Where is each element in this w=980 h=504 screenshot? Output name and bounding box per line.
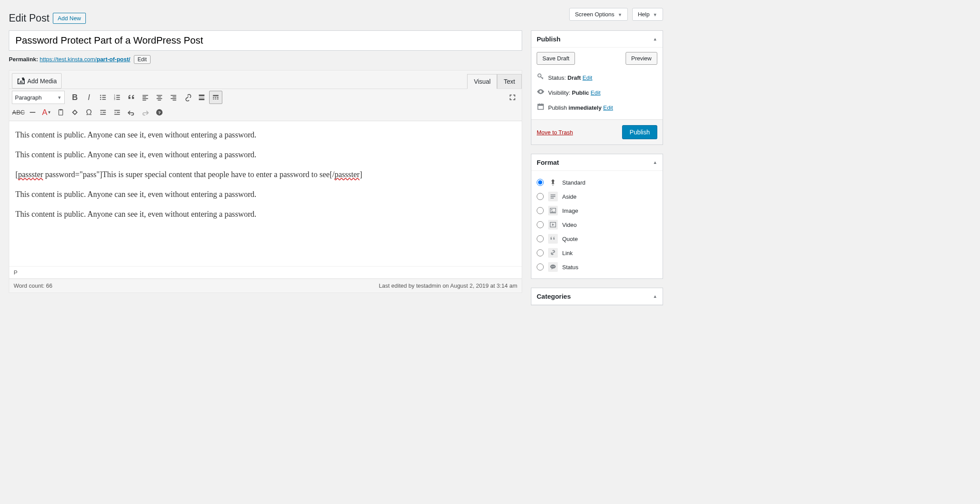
tab-visual[interactable]: Visual — [467, 74, 497, 89]
svg-rect-30 — [217, 97, 219, 98]
format-option-aside[interactable]: Aside — [537, 189, 657, 204]
status-icon — [548, 262, 558, 272]
edit-status-link[interactable]: Edit — [582, 74, 592, 81]
fullscreen-button[interactable] — [506, 91, 519, 104]
indent-button[interactable] — [111, 106, 124, 119]
svg-rect-47 — [538, 104, 544, 106]
svg-rect-17 — [158, 96, 161, 97]
svg-rect-27 — [213, 95, 219, 96]
special-character-button[interactable]: Ω — [82, 106, 96, 119]
svg-rect-18 — [157, 98, 162, 99]
last-edited: Last edited by testadmin on August 2, 20… — [379, 282, 517, 289]
paste-text-button[interactable] — [54, 106, 67, 119]
undo-button[interactable] — [125, 106, 138, 119]
categories-panel-header[interactable]: Categories ▲ — [531, 288, 663, 305]
preview-button[interactable]: Preview — [626, 52, 657, 65]
align-right-button[interactable] — [167, 91, 180, 104]
categories-panel: Categories ▲ — [531, 288, 663, 305]
permalink-link[interactable]: https://test.kinsta.com/part-of-post/ — [40, 56, 130, 63]
edit-visibility-link[interactable]: Edit — [591, 89, 601, 96]
help-tab[interactable]: Help ▼ — [632, 8, 663, 21]
svg-rect-31 — [213, 99, 214, 100]
camera-music-icon — [17, 76, 25, 85]
move-to-trash-link[interactable]: Move to Trash — [537, 129, 573, 136]
outdent-button[interactable] — [96, 106, 110, 119]
format-option-image[interactable]: Image — [537, 204, 657, 218]
text-color-button[interactable]: A ▼ — [40, 106, 53, 119]
svg-point-0 — [100, 95, 101, 96]
clear-formatting-button[interactable] — [68, 106, 81, 119]
format-option-video[interactable]: Video — [537, 218, 657, 232]
link-button[interactable] — [181, 91, 194, 104]
svg-rect-21 — [173, 96, 176, 97]
svg-rect-15 — [143, 100, 146, 100]
align-center-button[interactable] — [153, 91, 166, 104]
format-option-link[interactable]: Link — [537, 246, 657, 260]
add-media-button[interactable]: Add Media — [12, 73, 62, 89]
edit-schedule-link[interactable]: Edit — [603, 104, 613, 111]
svg-rect-16 — [157, 95, 162, 96]
svg-rect-3 — [102, 97, 106, 98]
svg-rect-25 — [199, 97, 205, 98]
svg-rect-11 — [116, 99, 120, 100]
content-paragraph: This content is public. Anyone can see i… — [15, 208, 516, 220]
svg-rect-19 — [158, 100, 161, 100]
content-editor[interactable]: This content is public. Anyone can see i… — [9, 121, 522, 266]
horizontal-rule-button[interactable] — [26, 106, 39, 119]
svg-rect-22 — [171, 98, 177, 99]
post-title-input[interactable] — [9, 30, 522, 51]
format-option-standard[interactable]: Standard — [537, 175, 657, 189]
svg-rect-1 — [102, 95, 106, 96]
bulleted-list-button[interactable] — [96, 91, 110, 104]
svg-rect-24 — [199, 95, 205, 96]
italic-button[interactable]: I — [82, 91, 96, 104]
chevron-down-icon: ▼ — [653, 12, 657, 17]
redo-button[interactable] — [139, 106, 152, 119]
svg-rect-48 — [539, 104, 540, 105]
publish-panel: Publish ▲ Save Draft Preview Status: Dra… — [531, 30, 663, 145]
eye-icon — [537, 88, 545, 97]
svg-rect-36 — [59, 109, 62, 111]
bold-button[interactable]: B — [68, 91, 81, 104]
permalink-label: Permalink: — [9, 56, 38, 63]
content-paragraph: This content is public. Anyone can see i… — [15, 189, 516, 200]
format-panel-header[interactable]: Format ▲ — [531, 154, 663, 171]
help-button[interactable]: ? — [153, 106, 166, 119]
svg-text:?: ? — [158, 110, 161, 115]
svg-rect-29 — [215, 97, 216, 98]
tab-text[interactable]: Text — [497, 74, 522, 89]
format-select[interactable]: Paragraph▼ — [12, 91, 65, 104]
video-icon — [548, 220, 558, 230]
svg-rect-5 — [102, 99, 106, 100]
toolbar-toggle-button[interactable] — [209, 91, 222, 104]
svg-rect-12 — [143, 95, 148, 96]
publish-panel-header[interactable]: Publish ▲ — [531, 31, 663, 48]
aside-icon — [548, 192, 558, 201]
numbered-list-button[interactable]: 123 — [111, 91, 124, 104]
svg-rect-23 — [173, 100, 176, 100]
add-new-button[interactable]: Add New — [53, 13, 86, 24]
svg-rect-51 — [551, 196, 556, 197]
svg-rect-33 — [217, 99, 219, 100]
svg-rect-26 — [199, 99, 205, 100]
strikethrough-button[interactable]: ABC — [12, 106, 25, 119]
chevron-up-icon: ▲ — [653, 37, 657, 41]
element-path[interactable]: P — [9, 266, 522, 278]
publish-button[interactable]: Publish — [622, 125, 657, 139]
format-option-quote[interactable]: Quote — [537, 232, 657, 246]
chevron-down-icon: ▼ — [618, 12, 622, 17]
chevron-up-icon: ▲ — [653, 160, 657, 165]
save-draft-button[interactable]: Save Draft — [537, 52, 575, 65]
edit-permalink-button[interactable]: Edit — [134, 55, 151, 64]
content-paragraph: [passster password="pass"]This is super … — [15, 169, 516, 181]
blockquote-button[interactable] — [125, 91, 138, 104]
content-paragraph: This content is public. Anyone can see i… — [15, 129, 516, 141]
screen-options-tab[interactable]: Screen Options ▼ — [569, 8, 628, 21]
link-icon — [548, 248, 558, 258]
svg-rect-42 — [114, 114, 120, 115]
svg-rect-52 — [551, 198, 554, 199]
read-more-button[interactable] — [195, 91, 208, 104]
format-option-status[interactable]: Status — [537, 260, 657, 274]
svg-text:3: 3 — [114, 98, 115, 100]
align-left-button[interactable] — [139, 91, 152, 104]
